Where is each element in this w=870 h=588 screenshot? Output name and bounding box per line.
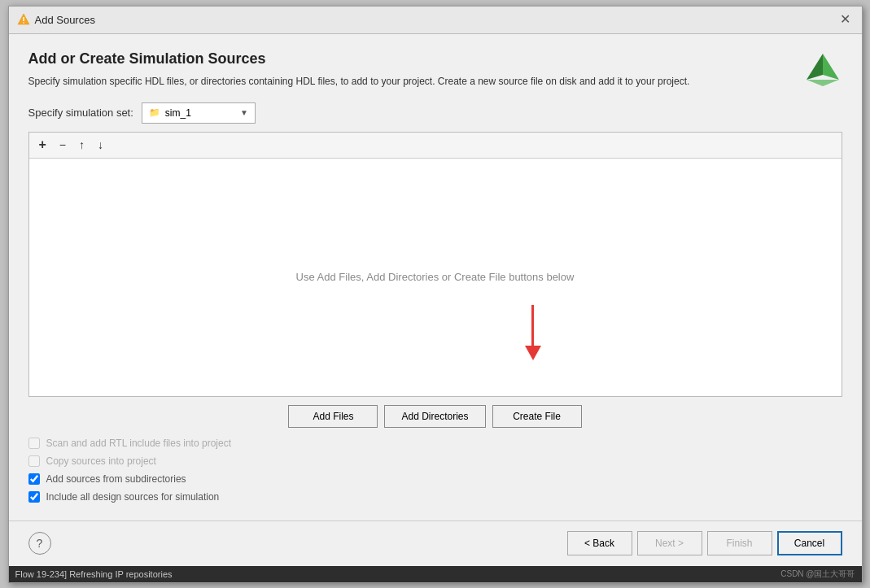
file-area-wrapper: + − ↑ ↓ Use Add Files, Add Directories o…	[28, 132, 842, 397]
move-down-button[interactable]: ↓	[93, 136, 108, 154]
checkbox-row-1: Scan and add RTL include files into proj…	[28, 438, 842, 449]
finish-button[interactable]: Finish	[707, 531, 772, 555]
status-bar: Flow 19-234] Refreshing IP repositories …	[9, 566, 862, 582]
svg-marker-3	[823, 54, 839, 80]
sim-set-value: sim_1	[165, 107, 235, 119]
scan-rtl-checkbox[interactable]	[28, 438, 40, 449]
vivado-logo	[803, 50, 842, 89]
sim-set-dropdown[interactable]: 📁 sim_1 ▼	[142, 102, 256, 124]
folder-icon: 📁	[149, 107, 160, 118]
file-table-body: Use Add Files, Add Directories or Create…	[29, 159, 842, 396]
title-bar: Add Sources ✕	[9, 7, 862, 34]
title-bar-left: Add Sources	[17, 13, 95, 26]
next-button[interactable]: Next >	[637, 531, 702, 555]
svg-marker-4	[807, 54, 823, 80]
back-button[interactable]: < Back	[567, 531, 632, 555]
help-button[interactable]: ?	[28, 532, 51, 555]
attribution: CSDN @国土大哥哥	[780, 568, 855, 580]
app-icon	[17, 13, 30, 26]
dialog-title: Add Sources	[35, 14, 95, 26]
file-table-toolbar: + − ↑ ↓	[29, 133, 842, 159]
include-design-sources-checkbox[interactable]	[28, 491, 40, 503]
empty-hint: Use Add Files, Add Directories or Create…	[296, 271, 575, 283]
dialog-description: Specify simulation specific HDL files, o…	[28, 74, 761, 89]
copy-sources-checkbox[interactable]	[28, 455, 40, 467]
add-file-toolbar-button[interactable]: +	[34, 135, 51, 155]
file-table: + − ↑ ↓ Use Add Files, Add Directories o…	[28, 132, 842, 397]
sim-set-row: Specify simulation set: 📁 sim_1 ▼	[28, 102, 842, 124]
copy-sources-label: Copy sources into project	[46, 455, 156, 467]
dialog-header: Add or Create Simulation Sources Specify…	[28, 50, 842, 89]
checkbox-row-2: Copy sources into project	[28, 455, 842, 467]
remove-file-button[interactable]: −	[55, 136, 71, 154]
dialog-content: Add or Create Simulation Sources Specify…	[9, 34, 862, 520]
nav-buttons: < Back Next > Finish Cancel	[567, 531, 842, 555]
svg-marker-5	[807, 80, 839, 86]
footer: ? < Back Next > Finish Cancel	[9, 520, 862, 566]
dialog-main-title: Add or Create Simulation Sources	[28, 50, 795, 68]
svg-point-2	[23, 22, 24, 24]
create-file-button[interactable]: Create File	[492, 405, 582, 428]
include-design-sources-label: Include all design sources for simulatio…	[46, 491, 220, 503]
action-buttons-row: Add Files Add Directories Create File	[28, 397, 842, 434]
checkbox-row-4: Include all design sources for simulatio…	[28, 491, 842, 503]
close-button[interactable]: ✕	[837, 13, 854, 26]
cancel-button[interactable]: Cancel	[777, 531, 842, 555]
sim-set-label: Specify simulation set:	[28, 107, 133, 119]
checkboxes-section: Scan and add RTL include files into proj…	[28, 434, 842, 512]
add-subdirs-label: Add sources from subdirectories	[46, 473, 186, 485]
add-subdirs-checkbox[interactable]	[28, 473, 40, 485]
dialog: Add Sources ✕ Add or Create Simulation S…	[8, 6, 863, 583]
move-up-button[interactable]: ↑	[74, 136, 90, 154]
chevron-down-icon: ▼	[240, 108, 248, 117]
checkbox-row-3: Add sources from subdirectories	[28, 473, 842, 485]
scan-rtl-label: Scan and add RTL include files into proj…	[46, 438, 231, 449]
add-files-button[interactable]: Add Files	[288, 405, 378, 428]
status-message: Flow 19-234] Refreshing IP repositories	[15, 569, 173, 579]
add-directories-button[interactable]: Add Directories	[384, 405, 485, 428]
dialog-header-text: Add or Create Simulation Sources Specify…	[28, 50, 795, 89]
